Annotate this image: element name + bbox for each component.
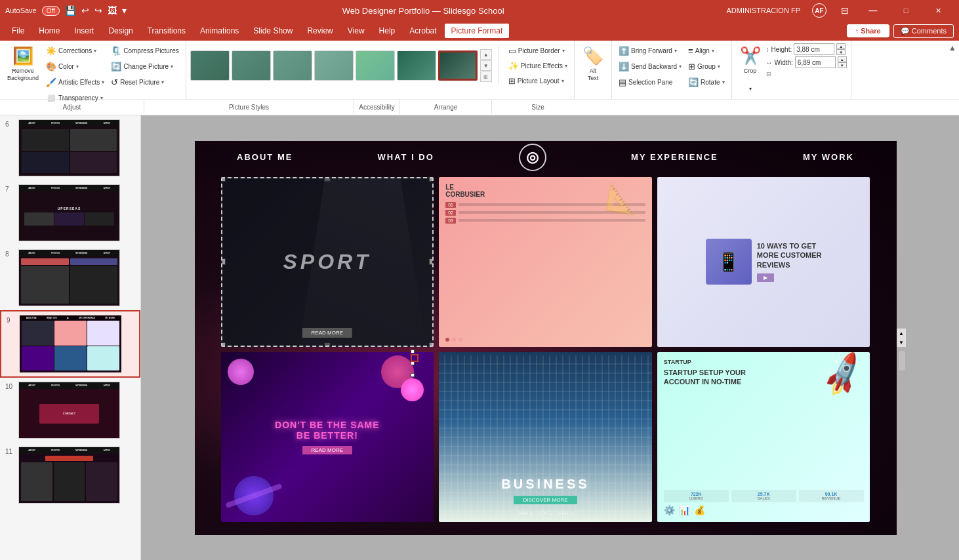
bring-forward-button[interactable]: ⬆️ Bring Forward ▾ bbox=[616, 43, 684, 58]
color-button[interactable]: 🎨 Color ▾ bbox=[43, 59, 107, 73]
width-input[interactable] bbox=[795, 56, 836, 68]
artistic-label: Artistic Effects bbox=[58, 79, 100, 86]
corrections-button[interactable]: ☀️ Corrections ▾ bbox=[43, 43, 107, 58]
compress-label: Compress Pictures bbox=[123, 47, 178, 54]
gallery-expand[interactable]: ⊞ bbox=[480, 71, 492, 82]
slide-thumb-6[interactable]: 6 ABOUTPHOTOSMYDESIGNSAFTER bbox=[0, 115, 140, 180]
slide-thumb-11[interactable]: 11 ABOUTPHOTOSMYDESIGNSAFTER bbox=[0, 443, 140, 508]
picture-styles-gallery bbox=[190, 50, 478, 81]
style-7[interactable] bbox=[438, 50, 478, 81]
undo-icon[interactable]: ↩ bbox=[81, 5, 89, 16]
slide-thumb-7[interactable]: 7 ABOUTPHOTOSMYDESIGNSAFTER UPERSEAS bbox=[0, 180, 140, 245]
slide-thumb-9[interactable]: 9 ABOUT MEWHAT I DO◉MY EXPERIENCEMY WORK bbox=[0, 310, 140, 378]
menu-file[interactable]: File bbox=[5, 24, 31, 38]
style-2[interactable] bbox=[232, 50, 271, 81]
style-5[interactable] bbox=[356, 50, 395, 81]
reset-picture-button[interactable]: ↺ Reset Picture ▾ bbox=[108, 75, 181, 89]
startup-image[interactable]: STARTUP STARTUP SETUP YOURACCOUNT IN NO-… bbox=[657, 352, 870, 522]
slide-num-10: 10 bbox=[5, 382, 14, 390]
user-avatar[interactable]: AF bbox=[812, 3, 826, 18]
style-6[interactable] bbox=[397, 50, 436, 81]
scroll-up-arrow[interactable]: ▲ bbox=[897, 329, 906, 338]
menu-home[interactable]: Home bbox=[32, 24, 66, 38]
sport-image[interactable]: ↺ SPORT READ MORE bbox=[221, 177, 434, 347]
size-expand-icon[interactable]: ⊟ bbox=[766, 71, 847, 77]
le-corbusier-image[interactable]: LECORBUSIER 01 02 03 bbox=[439, 177, 652, 347]
menu-view[interactable]: View bbox=[341, 24, 371, 38]
slide-thumb-10[interactable]: 10 ABOUTPHOTOSMYDESIGNSAFTER CONTACT bbox=[0, 378, 140, 443]
slide-thumb-8[interactable]: 8 ABOUTPHOTOSMYDESIGNSAFTER bbox=[0, 245, 140, 310]
picture-layout-button[interactable]: ⊞ Picture Layout ▾ bbox=[506, 73, 570, 88]
height-input[interactable] bbox=[794, 43, 834, 55]
slide-image-7: ABOUTPHOTOSMYDESIGNSAFTER UPERSEAS bbox=[18, 184, 120, 241]
share-button[interactable]: ↑ Share bbox=[847, 24, 889, 37]
reviews-btn[interactable]: ▶ bbox=[757, 273, 774, 282]
h3[interactable] bbox=[411, 373, 415, 377]
menu-animations[interactable]: Animations bbox=[194, 24, 245, 38]
width-down[interactable]: ▼ bbox=[838, 62, 847, 68]
ribbon-display-icon[interactable]: ⊟ bbox=[834, 5, 855, 16]
bottom-left-indicator[interactable] bbox=[411, 354, 418, 362]
space-image[interactable]: DON'T BE THE SAME BE BETTER! READ MORE bbox=[221, 352, 434, 522]
send-backward-button[interactable]: ⬇️ Send Backward ▾ bbox=[616, 59, 684, 73]
arrange-group: ⬆️ Bring Forward ▾ ⬇️ Send Backward ▾ ▤ … bbox=[612, 41, 732, 99]
autosave-label: AutoSave bbox=[5, 7, 37, 14]
close-button[interactable]: ✕ bbox=[924, 0, 954, 21]
style-4[interactable] bbox=[314, 50, 354, 81]
slide-num-9: 9 bbox=[7, 315, 16, 324]
height-up[interactable]: ▲ bbox=[836, 43, 846, 49]
menu-picture-format[interactable]: Picture Format bbox=[445, 24, 510, 38]
h1[interactable] bbox=[411, 350, 415, 353]
redo-icon[interactable]: ↪ bbox=[94, 5, 102, 16]
slide-navigation: ABOUT ME WHAT I DO ◎ MY EXPERIENCE MY WO… bbox=[195, 141, 897, 174]
scroll-down-arrow[interactable]: ▼ bbox=[897, 338, 906, 347]
group-button[interactable]: ⊞ Group ▾ bbox=[685, 59, 727, 73]
customize-icon[interactable]: ▾ bbox=[122, 5, 127, 16]
business-btn[interactable]: DISCOVER MORE bbox=[514, 496, 577, 504]
menu-acrobat[interactable]: Acrobat bbox=[403, 24, 443, 38]
maximize-button[interactable]: □ bbox=[891, 0, 921, 21]
crop-button[interactable]: ✂️ Crop ▾ bbox=[736, 43, 765, 94]
business-image[interactable]: BUSINESS DISCOVER MORE STAT 1 STAT 2 STA… bbox=[439, 352, 652, 522]
space-btn[interactable]: READ MORE bbox=[302, 446, 352, 454]
ribbon-collapse[interactable]: ▲ bbox=[946, 41, 959, 99]
read-more-btn[interactable]: READ MORE bbox=[302, 328, 352, 338]
menu-slideshow[interactable]: Slide Show bbox=[247, 24, 299, 38]
menu-transitions[interactable]: Transitions bbox=[141, 24, 192, 38]
picture-border-button[interactable]: ▭ Picture Border ▾ bbox=[506, 43, 570, 58]
minimize-button[interactable]: ─ bbox=[858, 0, 888, 21]
scroll-thumb[interactable] bbox=[899, 351, 905, 370]
slide-canvas[interactable]: ABOUT ME WHAT I DO ◎ MY EXPERIENCE MY WO… bbox=[195, 141, 897, 535]
style-3[interactable] bbox=[273, 50, 312, 81]
align-button[interactable]: ≡ Align ▾ bbox=[685, 43, 727, 58]
artistic-effects-button[interactable]: 🖌️ Artistic Effects ▾ bbox=[43, 75, 107, 89]
slide-panel: 6 ABOUTPHOTOSMYDESIGNSAFTER bbox=[0, 115, 141, 560]
compress-pictures-button[interactable]: 🗜️ Compress Pictures bbox=[108, 43, 181, 58]
style-1[interactable] bbox=[190, 50, 230, 81]
menu-design[interactable]: Design bbox=[102, 24, 139, 38]
menu-insert[interactable]: Insert bbox=[68, 24, 100, 38]
remove-background-button[interactable]: 🖼️ RemoveBackground bbox=[4, 43, 42, 94]
comments-button[interactable]: 💬 Comments bbox=[893, 24, 954, 38]
gallery-scroll-down[interactable]: ▼ bbox=[480, 60, 492, 71]
menu-help[interactable]: Help bbox=[373, 24, 402, 38]
reviews-image[interactable]: 📱 10 WAYS TO GETMORE CUSTOMERREVIEWS ▶ bbox=[657, 177, 870, 347]
ring bbox=[225, 483, 282, 508]
group-label: Group bbox=[697, 63, 716, 70]
format-icon[interactable]: 🖼 bbox=[108, 5, 117, 16]
collapse-icon[interactable]: ▲ bbox=[949, 43, 956, 52]
adjust-label: Adjust bbox=[0, 100, 144, 114]
height-down[interactable]: ▼ bbox=[836, 49, 846, 55]
slide-image-11: ABOUTPHOTOSMYDESIGNSAFTER bbox=[18, 447, 120, 504]
menu-review[interactable]: Review bbox=[300, 24, 339, 38]
change-picture-button[interactable]: 🔄 Change Picture ▾ bbox=[108, 59, 181, 73]
width-up[interactable]: ▲ bbox=[838, 56, 847, 62]
autosave-toggle[interactable]: Off bbox=[42, 6, 60, 16]
selection-pane-button[interactable]: ▤ Selection Pane bbox=[616, 75, 684, 89]
save-icon[interactable]: 💾 bbox=[65, 5, 76, 16]
gallery-scroll-up[interactable]: ▲ bbox=[480, 49, 492, 60]
rotate-button[interactable]: 🔄 Rotate ▾ bbox=[685, 75, 727, 89]
picture-effects-button[interactable]: ✨ Picture Effects ▾ bbox=[506, 58, 570, 73]
alt-text-button[interactable]: 🏷️ AltText bbox=[579, 43, 607, 94]
crop-icon: ✂️ bbox=[740, 46, 761, 66]
